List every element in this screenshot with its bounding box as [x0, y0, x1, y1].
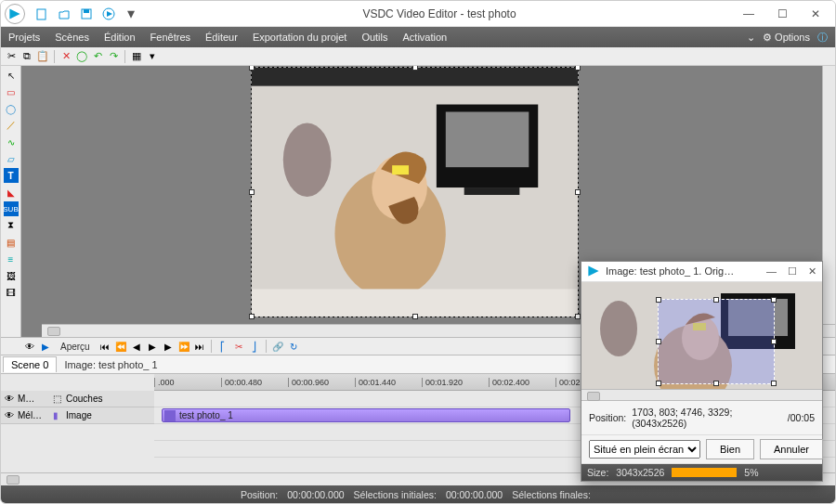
go-end-icon[interactable]: ⏭	[193, 340, 206, 353]
qat-save-icon[interactable]	[79, 6, 94, 21]
split-icon[interactable]: ✂	[232, 340, 245, 353]
ruler-tick: 00:00.480	[221, 378, 288, 387]
tool-sub-icon[interactable]: SUB	[4, 201, 19, 216]
tool-chart-icon[interactable]: ▤	[4, 235, 19, 250]
ruler-tick: 00:00.960	[288, 378, 355, 387]
dialog-minimize-button[interactable]: —	[766, 265, 777, 278]
dialog-hscroll[interactable]	[581, 389, 822, 401]
menu-outils[interactable]: Outils	[361, 32, 387, 43]
paste-icon[interactable]: 📋	[36, 50, 49, 63]
chevron-down-icon[interactable]: ⌄	[747, 32, 755, 44]
tool-counter-icon[interactable]: ⧗	[4, 218, 19, 233]
tool-audio-icon[interactable]: ≡	[4, 252, 19, 266]
dropdown-icon[interactable]: ▾	[146, 50, 159, 63]
canvas-vscroll[interactable]	[822, 66, 835, 324]
mark-in-icon[interactable]: ⎡	[216, 340, 229, 353]
maximize-button[interactable]: ☐	[774, 7, 790, 20]
scene-tab-0[interactable]: Scene 0	[3, 356, 57, 372]
go-start-icon[interactable]: ⏮	[98, 340, 111, 353]
step-back2-icon[interactable]: ⏪	[114, 340, 127, 353]
tool-line-icon[interactable]: ／	[4, 118, 19, 133]
link-icon[interactable]: 🔗	[271, 340, 284, 353]
titlebar: ▾ VSDC Video Editor - test photo — ☐ ✕	[1, 1, 835, 27]
undo-icon[interactable]: ↶	[91, 50, 104, 63]
step-fwd2-icon[interactable]: ⏩	[177, 340, 190, 353]
close-button[interactable]: ✕	[807, 7, 824, 20]
tool-tooltip-icon[interactable]: ◣	[4, 185, 19, 200]
options-label: Options	[775, 32, 810, 43]
app-logo	[5, 4, 25, 24]
tool-poly-icon[interactable]: ▱	[4, 151, 19, 166]
track-col-layers: Couches	[66, 394, 102, 404]
left-toolbox: ↖ ▭ ◯ ／ ∿ ▱ T ◣ SUB ⧗ ▤ ≡ 🖼 🎞	[1, 66, 21, 337]
transport-play-icon[interactable]: ▶	[39, 340, 52, 353]
mark-out-icon[interactable]: ⎦	[248, 340, 261, 353]
ruler-tick: 00:01.440	[355, 378, 422, 387]
canvas-frame[interactable]	[251, 67, 579, 317]
loop-icon[interactable]: ↻	[287, 340, 300, 353]
menu-editeur[interactable]: Éditeur	[205, 32, 238, 43]
svg-rect-3	[84, 9, 89, 13]
step-back-icon[interactable]: ◀	[130, 340, 143, 353]
clip-label: test photo_ 1	[179, 410, 233, 420]
menubar: Projets Scènes Édition Fenêtres Éditeur …	[1, 27, 835, 47]
tool-rect-icon[interactable]: ▭	[4, 84, 19, 99]
tool-ellipse-icon[interactable]: ◯	[4, 101, 19, 116]
gear-icon[interactable]: ⚙ Options	[763, 32, 810, 44]
copy-icon[interactable]: ⧉	[20, 50, 33, 63]
tool-video-icon[interactable]: 🎞	[4, 285, 19, 300]
menu-scenes[interactable]: Scènes	[55, 32, 89, 43]
tool-image-icon[interactable]: 🖼	[4, 268, 19, 283]
window-title: VSDC Video Editor - test photo	[138, 7, 740, 20]
dialog-preview[interactable]	[581, 282, 822, 389]
menu-export[interactable]: Exportation du projet	[253, 32, 347, 43]
dialog-size-label: Size:	[587, 467, 608, 478]
ruler-tick: 00:02.400	[489, 378, 555, 387]
svg-rect-13	[392, 165, 409, 174]
tool-cursor-icon[interactable]: ↖	[4, 68, 19, 83]
step-fwd-icon[interactable]: ▶	[162, 340, 175, 353]
qat-play-icon[interactable]	[101, 6, 116, 21]
dialog-title: Image: test photo_ 1. Orig…	[606, 265, 766, 277]
menu-activation[interactable]: Activation	[403, 32, 448, 43]
menu-projets[interactable]: Projets	[8, 32, 40, 43]
dialog-logo-icon	[587, 265, 600, 278]
svg-rect-1	[37, 9, 46, 19]
minimize-button[interactable]: —	[740, 7, 757, 20]
status-pos-value: 00:00:00.000	[287, 489, 344, 500]
qat-new-icon[interactable]	[34, 6, 49, 21]
redo-icon[interactable]: ↷	[107, 50, 120, 63]
qat-dropdown-icon[interactable]: ▾	[124, 6, 138, 21]
align-icon[interactable]: ▦	[130, 50, 143, 63]
ok-button[interactable]: Bien	[706, 439, 754, 459]
transport-view-icon[interactable]: 👁	[23, 340, 36, 353]
svg-marker-0	[9, 8, 20, 19]
status-sel1-value: 00:00:00.000	[446, 489, 503, 500]
tool-text-icon[interactable]: T	[4, 168, 19, 183]
svg-rect-10	[464, 187, 520, 195]
scene-crumb: Image: test photo_ 1	[64, 359, 157, 370]
accept-icon[interactable]: ◯	[75, 50, 88, 63]
preview-label: Aperçu	[60, 342, 90, 352]
cancel-button[interactable]: Annuler	[760, 439, 823, 459]
preview-image	[252, 68, 578, 317]
menu-fenetres[interactable]: Fenêtres	[150, 32, 190, 43]
zoom-pct: 5%	[744, 467, 758, 478]
track-blend[interactable]: Mél…	[18, 410, 49, 420]
tool-curve-icon[interactable]: ∿	[4, 135, 19, 149]
crop-selection[interactable]	[658, 299, 775, 384]
fit-mode-select[interactable]: Situé en plein écran	[589, 440, 700, 459]
scissors-icon[interactable]: ✂	[5, 50, 18, 63]
info-icon[interactable]: ⓘ	[817, 31, 828, 45]
menu-edition[interactable]: Édition	[104, 32, 136, 43]
play-icon[interactable]: ▶	[146, 340, 159, 353]
dialog-close-button[interactable]: ✕	[808, 265, 816, 278]
delete-icon[interactable]: ✕	[59, 50, 72, 63]
timeline-clip[interactable]: test photo_ 1	[162, 408, 570, 422]
status-sel1-label: Sélections initiales:	[354, 489, 437, 500]
qat-open-icon[interactable]	[57, 6, 72, 21]
svg-point-14	[283, 123, 332, 197]
status-pos-label: Position:	[241, 489, 278, 500]
dialog-maximize-button[interactable]: ☐	[788, 265, 797, 278]
dialog-pos-value: 1703, 803; 4746, 3329; (3043x2526)	[632, 407, 788, 429]
